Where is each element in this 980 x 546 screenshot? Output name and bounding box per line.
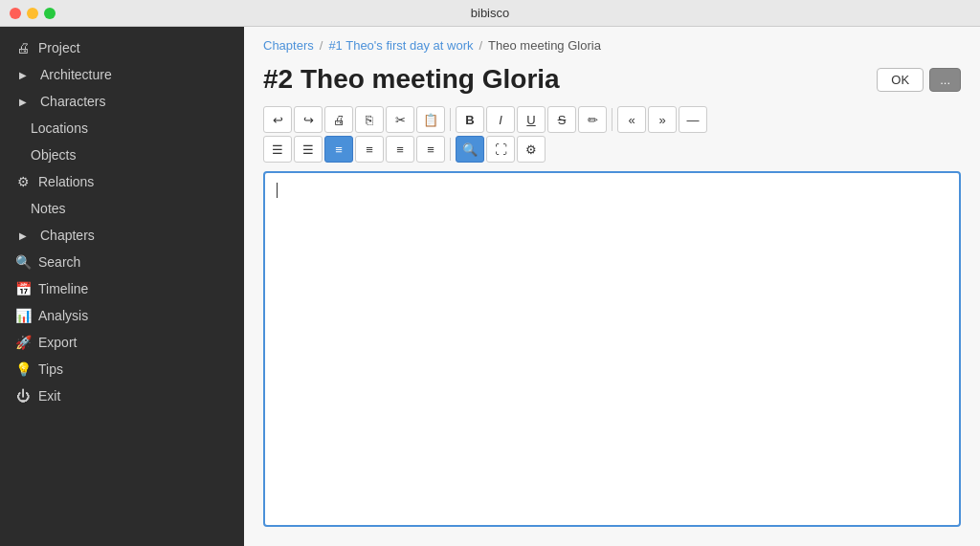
settings-button[interactable]: ⚙ — [517, 136, 546, 163]
fullscreen-button[interactable]: ⛶ — [486, 136, 515, 163]
align-right-button[interactable]: ≡ — [386, 136, 414, 163]
align-center-button[interactable]: ≡ — [355, 136, 384, 163]
sidebar-item-search[interactable]: 🔍 Search — [0, 249, 244, 275]
content-area: Chapters / #1 Theo's first day at work /… — [244, 27, 980, 546]
sidebar-label-locations: Locations — [31, 120, 88, 136]
exit-icon: ⏻ — [15, 388, 31, 404]
redo-button[interactable]: ↪ — [294, 106, 323, 133]
search-button[interactable]: 🔍 — [456, 136, 484, 163]
project-icon: 🖨 — [15, 40, 31, 55]
breadcrumb: Chapters / #1 Theo's first day at work /… — [244, 27, 980, 60]
toolbar-sep-1 — [450, 108, 451, 131]
sidebar-item-project[interactable]: 🖨 Project — [0, 34, 244, 61]
analysis-icon: 📊 — [15, 308, 31, 323]
sidebar-item-relations[interactable]: ⚙ Relations — [0, 168, 244, 195]
sidebar-item-locations[interactable]: Locations — [0, 115, 244, 142]
sidebar-label-search: Search — [38, 254, 80, 270]
header-buttons: OK ... — [877, 68, 961, 92]
sidebar-item-chapters[interactable]: ▶ Chapters — [0, 222, 244, 249]
align-justify-button[interactable]: ≡ — [416, 136, 445, 163]
sidebar-label-chapters: Chapters — [40, 228, 95, 243]
ok-button[interactable]: OK — [877, 68, 924, 92]
sidebar-item-architecture[interactable]: ▶ Architecture — [0, 61, 244, 88]
sidebar-item-characters[interactable]: ▶ Characters — [0, 88, 244, 115]
sidebar-label-project: Project — [38, 40, 80, 55]
toolbar-row-2: ☰ ☰ ≡ ≡ ≡ ≡ 🔍 ⛶ ⚙ — [263, 136, 961, 163]
chevron-chapters-icon: ▶ — [15, 230, 31, 241]
breadcrumb-sep2: / — [479, 38, 482, 53]
sidebar-item-notes[interactable]: Notes — [0, 195, 244, 222]
sidebar-label-relations: Relations — [38, 174, 94, 189]
dash-button[interactable]: — — [679, 106, 707, 133]
editor-content[interactable] — [265, 173, 959, 525]
timeline-icon: 📅 — [15, 281, 31, 296]
close-button[interactable] — [10, 8, 21, 19]
breadcrumb-parent[interactable]: #1 Theo's first day at work — [328, 38, 473, 53]
cut-button[interactable]: ✂ — [386, 106, 414, 133]
sidebar-item-export[interactable]: 🚀 Export — [0, 329, 244, 356]
chevron-architecture-icon: ▶ — [15, 70, 31, 80]
editor-toolbar: ↩ ↪ 🖨 ⎘ ✂ 📋 B I U S ✏ « » — ☰ ☰ ≡ — [244, 106, 980, 171]
sidebar-label-characters: Characters — [40, 94, 105, 109]
export-icon: 🚀 — [15, 335, 31, 350]
breadcrumb-sep1: / — [320, 38, 323, 53]
italic-button[interactable]: I — [486, 106, 515, 133]
chevron-characters-icon: ▶ — [15, 97, 31, 107]
sidebar-item-analysis[interactable]: 📊 Analysis — [0, 302, 244, 329]
search-nav-icon: 🔍 — [15, 254, 31, 270]
relations-icon: ⚙ — [15, 174, 31, 189]
sidebar-item-exit[interactable]: ⏻ Exit — [0, 382, 244, 409]
main-layout: 🖨 Project ▶ Architecture ▶ Characters Lo… — [0, 27, 980, 546]
window-controls — [10, 8, 56, 19]
unordered-list-button[interactable]: ☰ — [294, 136, 323, 163]
strikethrough-button[interactable]: S — [547, 106, 576, 133]
toolbar-sep-2 — [612, 108, 612, 131]
copy-button[interactable]: ⎘ — [355, 106, 384, 133]
sidebar-label-analysis: Analysis — [38, 308, 88, 323]
app-title: bibisco — [471, 6, 509, 20]
maximize-button[interactable] — [44, 8, 56, 19]
sidebar-label-notes: Notes — [31, 201, 66, 216]
sidebar-label-timeline: Timeline — [38, 281, 88, 296]
sidebar-item-objects[interactable]: Objects — [0, 142, 244, 168]
undo-button[interactable]: ↩ — [263, 106, 292, 133]
cursor — [277, 183, 278, 198]
align-left-button[interactable]: ≡ — [324, 136, 353, 163]
ordered-list-button[interactable]: ☰ — [263, 136, 292, 163]
breadcrumb-current: Theo meeting Gloria — [488, 38, 601, 53]
breadcrumb-chapters[interactable]: Chapters — [263, 38, 314, 53]
sidebar-label-export: Export — [38, 335, 77, 350]
toolbar-row-1: ↩ ↪ 🖨 ⎘ ✂ 📋 B I U S ✏ « » — — [263, 106, 961, 133]
sidebar-item-tips[interactable]: 💡 Tips — [0, 356, 244, 382]
sidebar-item-timeline[interactable]: 📅 Timeline — [0, 275, 244, 302]
scene-header: #2 Theo meeting Gloria OK ... — [244, 60, 980, 106]
tips-icon: 💡 — [15, 361, 31, 377]
bold-button[interactable]: B — [456, 106, 484, 133]
print-button[interactable]: 🖨 — [324, 106, 353, 133]
sidebar-label-objects: Objects — [31, 147, 76, 163]
titlebar: bibisco — [0, 0, 980, 27]
sidebar-label-architecture: Architecture — [40, 67, 112, 82]
pen-button[interactable]: ✏ — [578, 106, 607, 133]
sidebar: 🖨 Project ▶ Architecture ▶ Characters Lo… — [0, 27, 244, 546]
underline-button[interactable]: U — [517, 106, 546, 133]
scene-title: #2 Theo meeting Gloria — [263, 64, 877, 95]
sidebar-label-exit: Exit — [38, 388, 60, 404]
open-quote-button[interactable]: « — [617, 106, 646, 133]
close-quote-button[interactable]: » — [648, 106, 677, 133]
toolbar-sep-3 — [450, 138, 451, 161]
more-button[interactable]: ... — [929, 68, 961, 92]
paste-button[interactable]: 📋 — [416, 106, 445, 133]
editor-area[interactable] — [263, 171, 961, 527]
sidebar-label-tips: Tips — [38, 361, 63, 377]
minimize-button[interactable] — [27, 8, 38, 19]
